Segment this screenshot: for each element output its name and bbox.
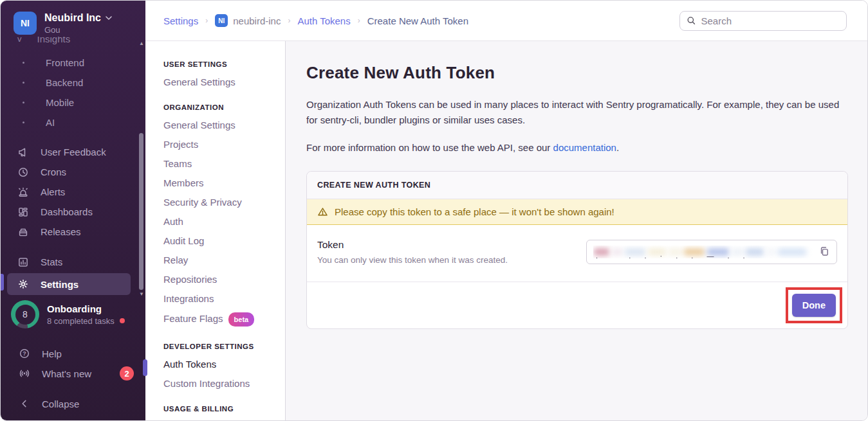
nav-item-relay[interactable]: Relay [163,255,285,265]
stats-icon [17,256,30,268]
nav-section-heading: USER SETTINGS [163,60,285,68]
sidebar-item-alerts[interactable]: Alerts [1,182,137,202]
onboarding-widget[interactable]: 8 Onboarding 8 completed tasks [11,300,125,328]
sidebar-item-label: Frontend [46,57,84,68]
dashboards-icon [17,206,30,218]
nav-item-auth-tokens[interactable]: Auth Tokens [163,359,285,370]
sidebar-collapse-button[interactable]: Collapse [1,394,145,413]
sidebar-item-label: AI [46,117,55,128]
breadcrumb-separator-icon: › [288,16,290,25]
top-bar: Settings › NI neubird-inc › Auth Tokens … [145,1,867,41]
sidebar-item-help[interactable]: ? Help [1,344,145,363]
beta-badge: beta [228,312,255,327]
nav-item-audit-log[interactable]: Audit Log [163,235,285,246]
sidebar-item-crons[interactable]: Crons [1,162,137,182]
whats-new-badge: 2 [120,366,134,381]
bullet-icon [23,121,24,123]
bullet-icon [23,82,24,84]
sidebar-item-label: Collapse [42,399,79,409]
sidebar-scroll-area: v Insights Frontend Backend Mobile AI [1,37,137,298]
warning-triangle-icon [317,206,328,217]
sidebar-item-whats-new[interactable]: What's new 2 [1,364,145,383]
redacted-token-value: , _ , , · , , — , , [593,246,813,258]
nav-item-org-general-settings[interactable]: General Settings [163,120,285,130]
nav-item-projects[interactable]: Projects [163,139,285,150]
warning-banner: Please copy this token to a safe place —… [307,199,847,225]
sidebar-item-insights[interactable]: v Insights [1,37,137,48]
sidebar-item-dashboards[interactable]: Dashboards [1,202,137,222]
sidebar-item-user-feedback[interactable]: User Feedback [1,142,137,162]
nav-item-security-privacy[interactable]: Security & Privacy [163,197,285,208]
more-info-paragraph: For more information on how to use the w… [306,140,844,156]
onboarding-subtitle: 8 completed tasks [47,316,115,326]
redaction-artifacts: , _ , , · , , — , , [596,252,751,258]
siren-icon [17,186,30,198]
nav-item-repositories[interactable]: Repositories [163,274,285,285]
onboarding-title: Onboarding [47,303,125,314]
scrollbar-up-arrow[interactable]: ▲ [139,40,144,46]
onboarding-count: 8 [15,305,35,325]
breadcrumb: Settings › NI neubird-inc › Auth Tokens … [163,14,468,27]
breadcrumb-separator-icon: › [358,16,360,25]
sidebar-item-label: Settings [41,279,78,290]
sidebar-item-stats[interactable]: Stats [1,252,137,272]
sidebar-item-label: Crons [41,166,66,177]
app-window: NI Neubird Inc Gou v Insights Frontend [0,0,868,421]
sidebar-item-backend[interactable]: Backend [1,73,137,93]
broadcast-icon [19,368,32,379]
nav-item-label: Feature Flags [163,313,223,324]
nav-item-feature-flags[interactable]: Feature Flagsbeta [163,312,285,327]
main-content: Create New Auth Token Organization Auth … [286,41,867,420]
nav-item-auth[interactable]: Auth [163,216,285,227]
nav-item-custom-integrations[interactable]: Custom Integrations [163,378,285,389]
nav-item-integrations[interactable]: Integrations [163,293,285,304]
copy-token-button[interactable] [819,246,830,257]
annotation-highlight-box: Done [786,287,842,323]
nav-section-heading: ORGANIZATION [163,103,285,111]
sidebar-item-settings[interactable]: Settings [7,273,131,295]
sidebar-item-label: Backend [46,77,83,88]
org-switcher[interactable]: NI Neubird Inc Gou [14,12,112,35]
sidebar-item-label: Mobile [46,97,74,108]
chevron-down-icon [106,16,112,20]
done-button[interactable]: Done [792,294,836,317]
breadcrumb-settings[interactable]: Settings [163,15,198,26]
svg-text:?: ? [23,350,26,357]
sidebar-item-label: User Feedback [41,147,106,157]
sidebar-item-releases[interactable]: Releases [1,222,137,242]
sidebar-item-ai[interactable]: AI [1,112,137,132]
sidebar-item-mobile[interactable]: Mobile [1,93,137,112]
nav-item-teams[interactable]: Teams [163,158,285,169]
sidebar-item-label: What's new [42,368,91,379]
token-value-box[interactable]: , _ , , · , , — , , [586,240,837,264]
search-input[interactable] [701,15,840,26]
breadcrumb-auth-tokens[interactable]: Auth Tokens [297,15,350,26]
breadcrumb-org-label: neubird-inc [233,15,281,26]
breadcrumb-org[interactable]: NI neubird-inc [215,14,281,27]
search-box[interactable] [679,11,847,31]
org-mini-avatar: NI [215,14,228,27]
releases-icon [17,226,30,238]
org-avatar: NI [14,12,37,35]
panel-header: CREATE NEW AUTH TOKEN [307,172,847,199]
nav-item-user-general-settings[interactable]: General Settings [163,76,285,87]
sidebar-item-label: Alerts [41,186,65,197]
chevron-expanded-icon: v [17,37,22,44]
scrollbar-thumb[interactable] [139,133,143,290]
breadcrumb-separator-icon: › [205,16,208,25]
bullet-icon [23,102,24,103]
more-info-text: For more information on how to use the w… [306,142,553,153]
nav-section-heading: USAGE & BILLING [163,405,285,413]
nav-item-members[interactable]: Members [163,177,285,188]
sidebar-item-frontend[interactable]: Frontend [1,53,137,73]
more-info-suffix: . [616,142,619,153]
documentation-link[interactable]: documentation [553,142,616,153]
sidebar: NI Neubird Inc Gou v Insights Frontend [1,1,145,421]
notification-dot [120,318,125,323]
clock-icon [17,166,30,178]
onboarding-progress-ring: 8 [11,300,39,328]
token-label: Token [317,239,586,251]
bullet-icon [23,62,24,64]
nav-section-heading: DEVELOPER SETTINGS [163,343,285,350]
scrollbar-down-arrow[interactable]: ▼ [139,291,144,297]
